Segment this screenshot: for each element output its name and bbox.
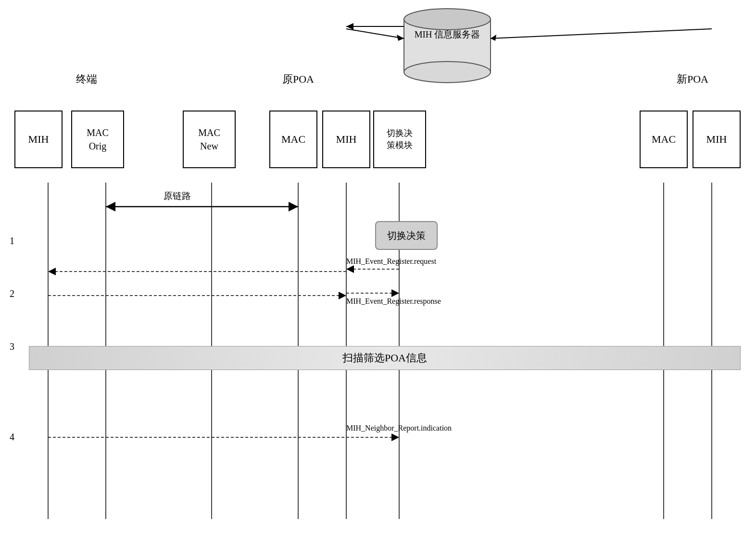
svg-marker-27 [339,292,346,299]
svg-marker-29 [391,433,399,441]
event-register-response-label: MIH_Event_Register.response [346,297,441,306]
orig-route-label: 原链路 [164,190,191,202]
scan-bar: 扫描筛选POA信息 [29,346,741,370]
svg-marker-8 [346,23,353,30]
terminal-mih-box: MIH [14,111,63,168]
switch-policy-module-box: 切换决 策模块 [373,111,426,168]
svg-point-1 [404,9,491,30]
decision-box: 切换决策 [375,221,438,250]
terminal-mac-orig-box: MAC Orig [71,111,124,168]
step-1: 1 [10,235,14,247]
step-3: 3 [10,341,14,352]
terminal-label: 终端 [38,72,135,87]
svg-marker-6 [491,35,496,41]
mih-server-label: MIH 信息服务器 [411,29,483,41]
diagram-container: 终端 原POA 新POA MIH 信息服务器 MIH MAC Orig MAC … [0,0,756,544]
step-4: 4 [10,432,14,443]
svg-marker-4 [397,35,404,41]
step-2: 2 [10,288,14,299]
svg-point-2 [404,62,491,83]
orig-poa-mih-box: MIH [322,111,370,168]
terminal-mac-new-box: MAC New [183,111,236,168]
svg-rect-0 [404,19,491,72]
new-poa-label: 新POA [664,72,721,87]
svg-line-5 [491,29,712,38]
event-register-request-label: MIH_Event_Register.request [346,257,436,266]
svg-marker-25 [391,289,399,297]
new-poa-mac-box: MAC [640,111,688,168]
svg-marker-23 [48,268,56,275]
orig-poa-label: 原POA [269,72,327,87]
svg-marker-19 [289,202,298,211]
svg-marker-18 [106,202,115,211]
new-poa-mih-box: MIH [693,111,741,168]
orig-poa-mac-box: MAC [269,111,317,168]
svg-marker-21 [346,265,354,273]
svg-line-3 [346,29,404,38]
neighbor-report-label: MIH_Neighbor_Report.indication [346,424,452,433]
